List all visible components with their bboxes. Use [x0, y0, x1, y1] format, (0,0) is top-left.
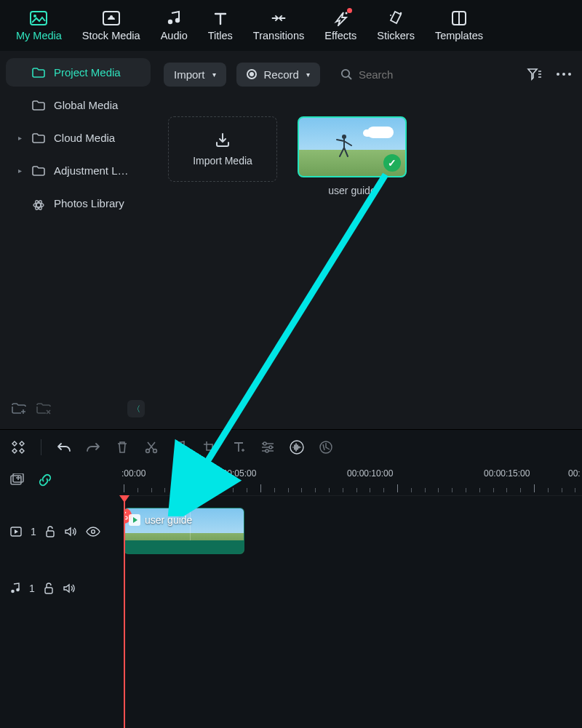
folder-icon	[32, 133, 45, 143]
stickers-icon	[387, 9, 404, 27]
link-icon[interactable]	[38, 473, 52, 487]
sidebar-item-label: Project Media	[54, 66, 121, 79]
ruler-ticks	[124, 482, 582, 492]
search-field[interactable]	[330, 68, 517, 81]
tab-stock-media[interactable]: Stock Media	[73, 5, 149, 46]
clip-thumbnail[interactable]: ✓	[298, 116, 407, 177]
tab-transitions[interactable]: Transitions	[244, 5, 313, 46]
tab-stickers[interactable]: Stickers	[368, 5, 423, 46]
titles-icon	[212, 9, 229, 27]
sidebar-item-adjustment-layers[interactable]: ▸ Adjustment L…	[6, 156, 151, 185]
sidebar-item-label: Global Media	[54, 99, 118, 111]
record-icon	[247, 69, 257, 79]
audio-track-icon	[10, 583, 20, 594]
playhead[interactable]	[124, 496, 125, 728]
folder-icon	[32, 100, 45, 111]
svg-point-26	[269, 446, 272, 449]
video-track-index: 1	[31, 526, 36, 537]
tab-label: Titles	[208, 30, 233, 41]
svg-point-1	[33, 15, 36, 17]
sidebar-item-cloud-media[interactable]: ▸ Cloud Media	[6, 124, 151, 152]
sidebar-item-label: Cloud Media	[54, 132, 115, 144]
svg-rect-30	[11, 476, 21, 484]
mute-icon[interactable]	[64, 526, 77, 537]
ruler-tick-label: 00:00:15:00	[484, 468, 530, 479]
tab-label: Audio	[161, 30, 188, 41]
svg-line-16	[348, 76, 351, 79]
expand-chevron-icon[interactable]: ▸	[16, 134, 23, 142]
redo-icon[interactable]	[85, 439, 101, 455]
timeline-toolbar	[0, 429, 582, 464]
svg-point-25	[263, 442, 266, 445]
svg-point-17	[557, 73, 559, 76]
ruler-tick-label: 00:	[568, 468, 581, 479]
split-icon[interactable]	[143, 439, 159, 455]
tab-my-media[interactable]: My Media	[7, 5, 71, 46]
video-track-body[interactable]: user guide	[124, 503, 582, 560]
svg-point-18	[562, 73, 565, 76]
tab-titles[interactable]: Titles	[199, 5, 242, 46]
effects-icon	[332, 9, 349, 27]
mute-icon[interactable]	[63, 583, 76, 594]
tab-effects[interactable]: Effects	[316, 5, 365, 46]
audio-wave-icon[interactable]	[289, 439, 305, 455]
timeline-panel: :00:00 00:00:05:00 00:00:10:00 00:00:15:…	[0, 464, 582, 728]
more-icon[interactable]	[556, 72, 572, 76]
collapse-sidebar-button[interactable]: 〈	[127, 400, 145, 417]
media-sidebar: Project Media Global Media ▸ Cloud Media…	[0, 51, 156, 429]
import-label: Import	[174, 68, 205, 81]
sidebar-item-global-media[interactable]: Global Media	[6, 91, 151, 119]
filter-icon[interactable]	[527, 67, 543, 81]
tab-templates[interactable]: Templates	[426, 5, 492, 46]
add-track-icon[interactable]	[10, 473, 25, 487]
sidebar-bottom-bar: 〈	[6, 394, 151, 423]
photos-icon	[32, 199, 45, 209]
svg-point-8	[390, 15, 391, 16]
video-track: 1	[0, 503, 582, 560]
cloud-decoration	[367, 127, 394, 138]
content-toolbar: Import ▾ Record ▾	[164, 58, 572, 90]
delete-folder-icon[interactable]	[36, 403, 51, 415]
new-folder-icon[interactable]	[12, 403, 26, 415]
timeline-clip[interactable]: user guide	[124, 508, 244, 554]
delete-icon[interactable]	[114, 439, 130, 455]
timeline-header: :00:00 00:00:05:00 00:00:10:00 00:00:15:…	[0, 464, 582, 496]
expand-chevron-icon[interactable]: ▸	[16, 167, 23, 175]
search-input[interactable]	[359, 68, 517, 81]
ruler-tick-label: 00:00:05:00	[210, 468, 256, 479]
tab-audio[interactable]: Audio	[152, 5, 196, 46]
check-icon: ✓	[383, 154, 401, 172]
record-button[interactable]: Record ▾	[236, 63, 320, 87]
undo-icon[interactable]	[56, 439, 72, 455]
import-button[interactable]: Import ▾	[164, 63, 226, 87]
svg-point-38	[11, 590, 15, 593]
audio-track: 1	[0, 560, 582, 617]
import-media-card[interactable]: Import Media	[168, 116, 277, 182]
top-tab-bar: My Media Stock Media Audio Titles Transi…	[0, 0, 582, 51]
lock-icon[interactable]	[44, 583, 54, 594]
my-media-icon	[30, 9, 47, 27]
crop-icon[interactable]	[202, 439, 218, 455]
sidebar-item-project-media[interactable]: Project Media	[6, 58, 151, 87]
grid-icon[interactable]	[10, 439, 26, 455]
stock-media-icon	[103, 9, 120, 27]
visibility-icon[interactable]	[86, 527, 100, 537]
adjust-icon[interactable]	[260, 439, 276, 455]
svg-point-23	[175, 448, 178, 452]
tab-label: Stock Media	[82, 30, 140, 41]
svg-point-3	[110, 15, 113, 18]
text-icon[interactable]	[231, 439, 247, 455]
tab-label: Stickers	[377, 30, 415, 41]
lock-icon[interactable]	[45, 526, 55, 537]
sidebar-item-photos-library[interactable]: Photos Library	[6, 189, 151, 217]
tab-label: My Media	[16, 30, 62, 41]
download-icon	[214, 132, 231, 149]
music-edit-icon[interactable]	[172, 439, 188, 455]
tab-label: Templates	[435, 30, 483, 41]
transitions-icon	[270, 9, 287, 27]
tab-label: Transitions	[253, 30, 304, 41]
media-content: Import ▾ Record ▾	[156, 51, 582, 429]
audio-track-body[interactable]	[124, 560, 582, 617]
speed-icon[interactable]	[318, 439, 334, 455]
timeline-ruler[interactable]: :00:00 00:00:05:00 00:00:10:00 00:00:15:…	[124, 464, 582, 496]
